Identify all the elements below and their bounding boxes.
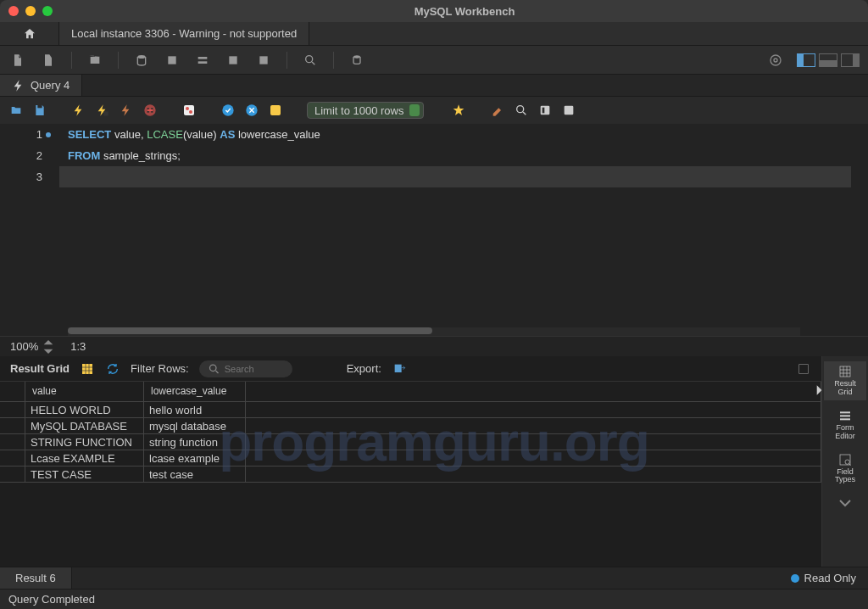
zoom-stepper-icon: [42, 340, 55, 354]
star-icon[interactable]: [451, 103, 466, 118]
column-header[interactable]: value: [25, 382, 144, 401]
svg-rect-21: [564, 106, 573, 115]
open-file-icon[interactable]: [8, 103, 24, 118]
table-row[interactable]: Lcase EXAMPLElcase example: [0, 450, 821, 467]
db-icon-2[interactable]: [163, 51, 181, 70]
svg-rect-3: [198, 61, 208, 64]
row-handle[interactable]: [0, 450, 25, 466]
filter-rows-input-wrap: [199, 360, 292, 377]
row-handle[interactable]: [0, 467, 25, 482]
new-query-tab-icon[interactable]: [39, 51, 58, 70]
settings-gear-icon[interactable]: [766, 51, 785, 70]
beautify-icon[interactable]: [490, 103, 505, 118]
execute-current-icon[interactable]: [95, 103, 110, 118]
filter-rows-input[interactable]: [225, 364, 284, 374]
result-view-icon: [838, 365, 852, 378]
export-label: Export:: [347, 362, 381, 375]
panel-right-icon[interactable]: [841, 53, 860, 67]
limit-rows-select[interactable]: Limit to 1000 rows: [307, 102, 424, 119]
row-handle[interactable]: [0, 402, 25, 417]
zoom-value: 100%: [10, 340, 38, 353]
result-grid-icon[interactable]: [80, 361, 95, 377]
stop-icon[interactable]: [142, 103, 158, 118]
db-icon-4[interactable]: [224, 51, 242, 70]
table-row[interactable]: MySQL DATABASEmysql database: [0, 418, 821, 434]
autocommit-icon[interactable]: [268, 103, 283, 118]
cursor-position: 1:3: [70, 340, 86, 353]
svg-rect-28: [840, 415, 850, 416]
find-icon[interactable]: [514, 103, 529, 118]
code-line[interactable]: FROM sample_strings;: [68, 145, 868, 166]
cell[interactable]: test case: [144, 467, 246, 482]
execute-icon[interactable]: [71, 103, 86, 118]
cell[interactable]: TEST CASE: [25, 467, 144, 482]
query-tab-label: Query 4: [31, 79, 70, 92]
panel-left-icon[interactable]: [797, 53, 815, 67]
table-row[interactable]: TEST CASEtest case: [0, 467, 821, 483]
window-minimize-button[interactable]: [25, 6, 36, 16]
cell[interactable]: lcase example: [144, 450, 246, 466]
toggle-icon-1[interactable]: [537, 103, 553, 118]
chevron-down-icon[interactable]: [838, 496, 852, 510]
db-icon-3[interactable]: [193, 51, 212, 70]
save-file-icon[interactable]: [32, 103, 47, 118]
window-zoom-button[interactable]: [42, 6, 53, 16]
result-table[interactable]: value lowercase_value HELLO WORLDhello w…: [0, 382, 821, 567]
db-icon-1[interactable]: [132, 51, 151, 70]
connection-tab-label: Local instance 3306 - Warning - not supp…: [71, 27, 297, 40]
code-line[interactable]: [68, 166, 868, 187]
rollback-icon[interactable]: [244, 103, 259, 118]
panel-bottom-icon[interactable]: [819, 53, 837, 67]
column-header[interactable]: lowercase_value: [144, 382, 246, 401]
table-row[interactable]: HELLO WORLDhello world: [0, 402, 821, 418]
collapse-arrow-icon[interactable]: [812, 383, 826, 397]
result-view-label: FormEditor: [835, 424, 855, 441]
tool-icon-1[interactable]: [181, 103, 197, 118]
window-titlebar: MySQL Workbench: [0, 0, 868, 22]
svg-rect-10: [37, 105, 42, 108]
svg-rect-22: [82, 364, 92, 374]
result-view-button[interactable]: FieldTypes: [824, 450, 866, 489]
open-sql-icon[interactable]: [86, 51, 104, 70]
cell[interactable]: STRING FUNCTION: [25, 434, 144, 450]
svg-rect-27: [840, 411, 850, 413]
explain-icon[interactable]: [119, 103, 134, 118]
search-db-icon[interactable]: [301, 51, 320, 70]
server-icon[interactable]: [348, 51, 366, 70]
connection-tab[interactable]: Local instance 3306 - Warning - not supp…: [59, 22, 309, 45]
window-close-button[interactable]: [8, 6, 19, 16]
db-icon-5[interactable]: [254, 51, 273, 70]
result-tab[interactable]: Result 6: [0, 567, 72, 589]
cell[interactable]: hello world: [144, 402, 246, 417]
home-tab[interactable]: [0, 22, 59, 45]
result-view-button[interactable]: ResultGrid: [824, 361, 866, 400]
result-grid-label: Result Grid: [10, 362, 70, 375]
query-tab[interactable]: Query 4: [0, 75, 82, 96]
scrollbar-thumb[interactable]: [68, 327, 432, 334]
editor-code[interactable]: SELECT value, LCASE(value) AS lowercase_…: [59, 124, 868, 327]
wrap-cell-icon[interactable]: [796, 361, 811, 377]
cell[interactable]: HELLO WORLD: [25, 402, 144, 417]
cell[interactable]: Lcase EXAMPLE: [25, 450, 144, 466]
export-icon[interactable]: [392, 361, 407, 377]
cell[interactable]: mysql database: [144, 418, 246, 433]
result-view-button[interactable]: FormEditor: [824, 405, 866, 444]
table-row[interactable]: STRING FUNCTIONstring function: [0, 434, 821, 450]
editor-hscrollbar[interactable]: [68, 327, 800, 336]
cell-empty: [246, 402, 821, 417]
statusbar: Query Completed: [0, 589, 868, 609]
svg-point-18: [516, 106, 523, 113]
toggle-icon-2[interactable]: [561, 103, 576, 118]
home-icon: [23, 27, 36, 41]
zoom-control[interactable]: 100%: [10, 340, 55, 354]
code-line[interactable]: SELECT value, LCASE(value) AS lowercase_…: [68, 124, 868, 145]
cell[interactable]: MySQL DATABASE: [25, 418, 144, 433]
new-sql-tab-icon[interactable]: [8, 51, 27, 70]
result-refresh-icon[interactable]: [105, 361, 120, 377]
svg-rect-26: [840, 366, 850, 377]
commit-icon[interactable]: [220, 103, 236, 118]
cell[interactable]: string function: [144, 434, 246, 450]
row-handle[interactable]: [0, 418, 25, 433]
sql-editor[interactable]: 123 SELECT value, LCASE(value) AS lowerc…: [0, 124, 868, 327]
row-handle[interactable]: [0, 434, 25, 450]
